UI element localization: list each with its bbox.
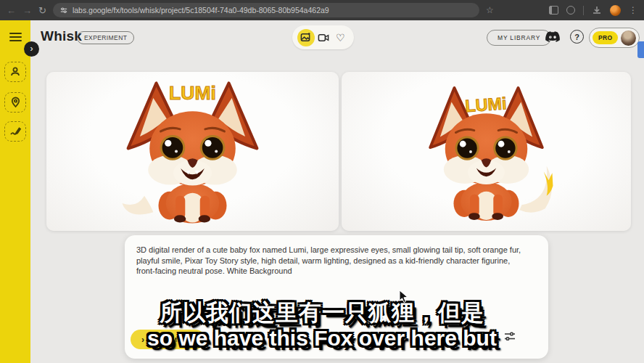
my-library-button[interactable]: MY LIBRARY (487, 30, 551, 46)
mode-toggle: ♡ (292, 25, 354, 49)
mouse-cursor (399, 290, 409, 303)
side-panel-icon[interactable] (549, 6, 558, 15)
sidebar-expand-button[interactable]: › (24, 41, 39, 57)
generated-image-1[interactable]: LUMi (46, 72, 339, 231)
fox-illustration: LUMi (405, 81, 568, 223)
extension-icon[interactable] (566, 6, 575, 15)
page-title: Whisk (41, 28, 82, 44)
experiment-badge: EXPERIMENT (77, 31, 134, 44)
generated-image-2[interactable]: LUMi (342, 72, 631, 231)
browser-menu-icon[interactable]: ⋮ (629, 6, 637, 15)
browser-url-text: labs.google/fx/tools/whisk/project/5c185… (73, 6, 329, 15)
subtitle-chinese: 所以我们这里有一只狐狸，但是 (0, 298, 644, 328)
prompt-text[interactable]: 3D digital render of a cute baby fox nam… (125, 235, 535, 277)
browser-address-bar[interactable]: labs.google/fx/tools/whisk/project/5c185… (53, 3, 479, 17)
draw-pencil-icon (9, 126, 22, 137)
site-settings-icon[interactable] (60, 7, 67, 14)
browser-forward-icon[interactable]: → (22, 6, 32, 15)
browser-profile-avatar[interactable] (610, 5, 621, 16)
person-icon (9, 66, 21, 78)
edge-handle[interactable] (637, 41, 644, 58)
fox-illustration: LUMi (107, 77, 278, 226)
discord-icon[interactable] (545, 31, 560, 45)
bookmark-star-icon[interactable]: ☆ (486, 6, 494, 15)
user-avatar (621, 30, 636, 46)
video-mode-button[interactable] (315, 29, 332, 46)
account-menu[interactable]: PRO (589, 28, 640, 48)
browser-action-icons: ⋮ (549, 5, 637, 16)
image-mode-button[interactable] (297, 29, 315, 46)
sidebar-item-location[interactable] (4, 92, 26, 113)
help-icon[interactable]: ? (570, 30, 584, 44)
toolbar-divider (583, 6, 584, 15)
favorites-button[interactable]: ♡ (331, 29, 349, 46)
subtitle-english: so we have this Fox over here but (0, 326, 644, 351)
browser-back-icon[interactable]: ← (7, 6, 16, 15)
browser-reload-icon[interactable]: ↻ (38, 6, 46, 15)
fox-name-overlay: LUMi (464, 94, 507, 115)
image-generate-icon (300, 32, 311, 43)
sidebar-item-subject[interactable] (4, 62, 26, 82)
video-generate-icon (318, 33, 329, 43)
browser-toolbar: ← → ↻ labs.google/fx/tools/whisk/project… (0, 0, 644, 20)
download-icon[interactable] (592, 6, 602, 15)
fox-name-overlay: LUMi (169, 82, 216, 104)
sidebar-item-style[interactable] (4, 121, 26, 142)
pro-badge: PRO (593, 31, 618, 44)
menu-icon[interactable] (9, 33, 22, 41)
whisk-app-screen: ← → ↻ labs.google/fx/tools/whisk/project… (0, 0, 644, 363)
location-pin-icon (10, 97, 21, 108)
heart-icon: ♡ (336, 33, 345, 43)
